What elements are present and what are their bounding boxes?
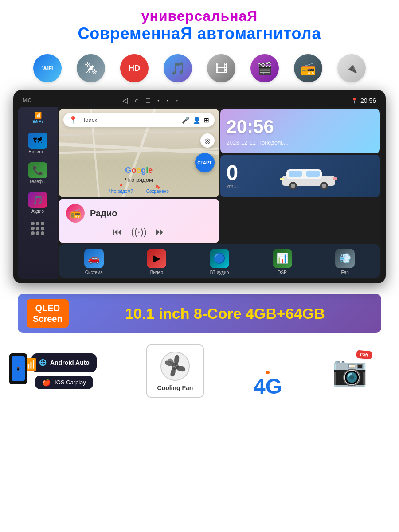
svg-line-4 — [59, 131, 219, 135]
gps-icon: 🛰 — [77, 54, 105, 82]
feature-wifi: WiFi — [30, 53, 65, 84]
carplay-box: 🍎 IOS Carplay — [35, 376, 93, 389]
sidebar-item-phone[interactable]: 📞 Телеф... — [20, 160, 55, 186]
header: универсальнаЯ СовременнаЯ автомагнитола — [0, 0, 399, 47]
nearby-label1: Что рядом? — [109, 189, 133, 194]
feature-usb: 🔌 — [334, 53, 369, 84]
mic-search-icon[interactable]: 🎤 — [182, 117, 189, 124]
play-icon[interactable]: ((·)) — [131, 226, 147, 238]
video-icon: 🎬 — [250, 54, 279, 82]
dot2: ● — [167, 98, 169, 102]
car-image — [243, 160, 374, 192]
app-video[interactable]: ▶ Видео — [147, 249, 166, 275]
dsp-label: DSP — [278, 270, 287, 275]
prev-track-icon[interactable]: ⏮ — [113, 226, 122, 238]
dot — [41, 227, 44, 230]
svg-rect-8 — [306, 171, 320, 177]
carplay-apple-icon: 🍎 — [42, 378, 51, 387]
nearby-btn1[interactable]: 📍 Что рядом? — [109, 184, 133, 194]
dot — [36, 222, 39, 225]
svg-rect-7 — [289, 171, 302, 177]
fourG-text: 4G — [254, 376, 282, 397]
top-nav-icons: ◁ ○ □ ● ● ● — [122, 96, 178, 105]
sidebar-item-navi[interactable]: 🗺 Навига... — [20, 130, 55, 156]
svg-rect-14 — [280, 178, 284, 180]
wifi-dot — [266, 371, 270, 374]
camera-section: Gift 📷 — [332, 354, 368, 388]
feature-gps: 🛰 — [73, 53, 109, 84]
arc3 — [262, 364, 274, 370]
fan-label: Fan — [341, 270, 349, 275]
specs-text: 10.1 inch 8-Core 4GB+64GB — [78, 305, 372, 322]
signal-wifi-icon — [257, 345, 279, 374]
profile-search-icon[interactable]: 👤 — [193, 117, 200, 124]
film-icon: 🎞 — [207, 54, 235, 82]
home-icon[interactable]: ○ — [135, 97, 139, 105]
sistema-icon: 🚗 — [84, 249, 104, 268]
main-content: 20:56 2023-12-11 Понедель... � — [58, 107, 381, 279]
map-search-bar[interactable]: 📍 Поиск 🎤 👤 ⊞ — [63, 113, 215, 127]
video-label: Видео — [150, 270, 163, 275]
device-screen: 📶 WiFi 🗺 Навига... 📞 Телеф... 🎵 Аудио — [18, 107, 381, 279]
bt-audio-icon: 🔵 — [210, 249, 229, 268]
dot — [31, 227, 35, 230]
specs-banner-wrapper: QLED Screen 10.1 inch 8-Core 4GB+64GB — [0, 288, 399, 337]
map-location-button[interactable]: ◎ — [200, 133, 215, 148]
left-sidebar: 📶 WiFi 🗺 Навига... 📞 Телеф... 🎵 Аудио — [18, 107, 58, 279]
map-widget[interactable]: 📍 Поиск 🎤 👤 ⊞ ◎ СТАРТ Google Что рядом — [59, 109, 219, 197]
layers-icon[interactable]: ⊞ — [204, 117, 209, 124]
nearby-btn2[interactable]: 🔖 Сохранено — [146, 184, 169, 194]
map-start-button[interactable]: СТАРТ — [195, 153, 215, 172]
radio-widget: 📻 Радио ⏮ ((·)) ⏭ — [59, 199, 219, 243]
nearby-label2: Сохранено — [146, 189, 169, 194]
wifi-icon: WiFi — [33, 54, 62, 82]
mic-label: MIC — [23, 98, 31, 103]
fan-icon: 💨 — [335, 249, 355, 268]
clock-widget: 20:56 2023-12-11 Понедель... — [220, 109, 380, 153]
recents-icon[interactable]: □ — [146, 97, 150, 105]
arc2-wrapper — [259, 356, 276, 364]
speed-unit: km··· — [227, 184, 238, 190]
map-search-text: Поиск — [81, 117, 178, 123]
next-track-icon[interactable]: ⏭ — [156, 226, 165, 238]
specs-banner: QLED Screen 10.1 inch 8-Core 4GB+64GB — [18, 294, 381, 333]
android-auto-label: Android Auto — [50, 359, 90, 366]
dot — [36, 227, 39, 230]
start-label: СТАРТ — [197, 160, 211, 165]
gift-badge: Gift — [356, 350, 372, 360]
device-top-bar: MIC ◁ ○ □ ● ● ● 📍 20:56 — [18, 94, 381, 107]
car-svg — [278, 160, 340, 192]
music-icon: 🎵 — [164, 54, 192, 82]
camera-emoji: 📷 — [332, 354, 368, 388]
speed-number: 0 — [227, 162, 239, 184]
audio-icon: 🎵 — [28, 192, 47, 208]
radio-top: 📻 Радио — [66, 204, 212, 223]
hd-icon: HD — [120, 54, 149, 82]
device-outer: MIC ◁ ○ □ ● ● ● 📍 20:56 📶 WiFi — [13, 90, 386, 283]
sidebar-item-audio[interactable]: 🎵 Аудио — [20, 190, 55, 216]
app-fan[interactable]: 💨 Fan — [335, 249, 355, 275]
apps-grid[interactable] — [29, 219, 47, 237]
map-nearby-icons: 📍 Что рядом? 🔖 Сохранено — [63, 180, 215, 197]
back-icon[interactable]: ◁ — [122, 96, 128, 105]
radio-controls: ⏮ ((·)) ⏭ — [66, 226, 212, 238]
arc3-wrapper — [262, 364, 274, 370]
cooling-fan-svg — [160, 351, 191, 382]
clock-date: 2023-12-11 Понедель... — [227, 139, 374, 146]
top-time: 20:56 — [360, 97, 376, 104]
feature-music: 🎵 — [160, 53, 196, 84]
feature-video: 🎬 — [247, 53, 282, 84]
audio-label: Аудио — [31, 209, 44, 214]
phone-label: Телеф... — [29, 179, 47, 184]
dot3: ● — [176, 98, 178, 102]
wifi-label: WiFi — [20, 119, 55, 124]
app-sistema[interactable]: 🚗 Система — [84, 249, 104, 275]
android-auto-box: ⊕ Android Auto — [31, 353, 97, 372]
location-icon: 📍 — [351, 98, 358, 104]
app-dsp[interactable]: 📊 DSP — [273, 249, 292, 275]
dot — [31, 222, 35, 225]
phone-image: 📱 — [9, 353, 27, 384]
google-logo: Google — [125, 166, 153, 175]
app-bt-audio[interactable]: 🔵 ВТ-аудио — [210, 249, 229, 275]
cooling-fan-box: Cooling Fan — [146, 344, 204, 398]
